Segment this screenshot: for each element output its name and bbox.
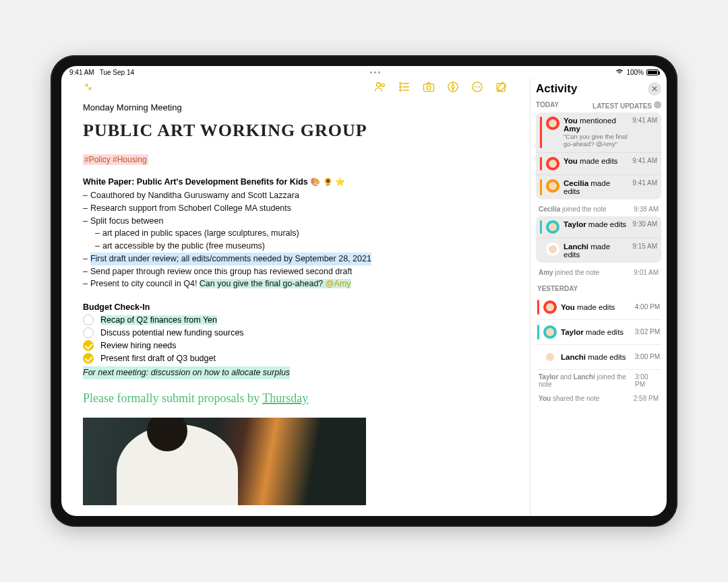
avatar	[543, 325, 557, 339]
battery-icon	[646, 69, 659, 75]
markup-icon[interactable]	[446, 80, 460, 96]
multitask-dots[interactable]	[370, 71, 380, 73]
avatar	[546, 157, 559, 170]
activity-entry[interactable]: Lanchi made edits 9:15 AM	[536, 238, 661, 263]
note-text[interactable]: For next meeting: discussion on how to a…	[83, 366, 290, 379]
battery-pct: 100%	[626, 69, 644, 76]
avatar	[546, 179, 559, 193]
avatar	[546, 220, 559, 234]
svg-point-0	[377, 83, 381, 87]
svg-point-13	[477, 86, 478, 88]
compose-icon[interactable]	[495, 80, 508, 96]
collapse-icon[interactable]	[83, 82, 94, 95]
wifi-icon	[615, 69, 624, 76]
handwritten-note[interactable]: Please formally submit proposals by Thur…	[83, 391, 508, 406]
list-item[interactable]: –Research support from Schoberl College …	[83, 202, 508, 215]
latest-updates[interactable]: LATEST UPDATES	[593, 101, 661, 110]
svg-point-4	[400, 86, 402, 88]
svg-point-14	[479, 86, 480, 88]
activity-group: Taylor made edits 9:30 AM Lanchi made ed…	[536, 216, 661, 263]
checkbox-icon[interactable]	[83, 315, 94, 325]
ipad-frame: 9:41 AM Tue Sep 14 100%	[51, 55, 677, 527]
section-heading[interactable]: White Paper: Public Art's Development Be…	[83, 177, 508, 187]
activity-meta: Cecilia joined the note 9:38 AM	[536, 202, 661, 216]
svg-rect-8	[424, 84, 434, 92]
list-item[interactable]: –Present to city council in Q4! Can you …	[83, 278, 508, 290]
checklist-item[interactable]: Review hiring needs	[83, 340, 508, 351]
activity-panel: Activity ✕ TODAY LATEST UPDATES You ment…	[530, 78, 667, 516]
checkbox-icon[interactable]	[83, 340, 94, 351]
list-item[interactable]: –Send paper through review once this gro…	[83, 265, 508, 278]
note-tags[interactable]: #Policy #Housing	[83, 154, 148, 165]
headline[interactable]: Public Art Working Group	[83, 121, 508, 141]
checkbox-icon[interactable]	[83, 327, 94, 338]
checklist-item[interactable]: Present first draft of Q3 budget	[83, 353, 508, 364]
inline-image[interactable]	[83, 418, 366, 505]
activity-title: Activity	[536, 82, 577, 96]
svg-point-2	[400, 83, 402, 85]
activity-entry[interactable]: Taylor made edits 9:30 AM	[536, 216, 661, 238]
svg-point-9	[427, 86, 431, 90]
section-heading[interactable]: Budget Check-In	[83, 302, 508, 312]
avatar	[543, 300, 557, 314]
list-item[interactable]: –Split focus between	[83, 215, 508, 228]
checklist-item[interactable]: Recap of Q2 finances from Yen	[83, 315, 508, 325]
status-bar: 9:41 AM Tue Sep 14 100%	[61, 66, 667, 78]
list-item[interactable]: –Coauthored by Nanditha Guruswamy and Sc…	[83, 189, 508, 202]
status-date: Tue Sep 14	[100, 69, 134, 76]
activity-entry[interactable]: You mentioned Amy "Can you give the fina…	[536, 112, 661, 152]
more-icon[interactable]	[471, 80, 484, 96]
activity-entry[interactable]: Lanchi made edits 3:00 PM	[536, 345, 661, 370]
list-item[interactable]: –First draft under review; all edits/com…	[83, 253, 508, 265]
screen: 9:41 AM Tue Sep 14 100%	[61, 66, 667, 516]
svg-point-1	[382, 84, 384, 86]
activity-entry[interactable]: You made edits 4:00 PM	[536, 295, 661, 320]
list-item[interactable]: –art placed in public spaces (large scul…	[95, 227, 508, 240]
section-yesterday: YESTERDAY	[537, 285, 661, 292]
checkbox-icon[interactable]	[83, 353, 94, 364]
heading-emoji: 🎨 🌻 ⭐️	[310, 177, 345, 187]
close-button[interactable]: ✕	[648, 82, 661, 96]
note-area: Monday Morning Meeting Public Art Workin…	[61, 78, 530, 516]
format-icon[interactable]	[398, 80, 411, 96]
svg-point-6	[400, 90, 402, 92]
avatar	[543, 350, 557, 364]
avatar	[546, 243, 559, 256]
activity-meta: Amy joined the note 9:01 AM	[536, 265, 661, 280]
collaborate-icon[interactable]	[373, 80, 387, 96]
svg-point-12	[475, 86, 476, 88]
activity-meta: Taylor and Lanchi joined the note 3:00 P…	[536, 370, 661, 391]
section-today: TODAY	[536, 101, 559, 110]
checklist-item[interactable]: Discuss potential new funding sources	[83, 327, 508, 338]
activity-entry[interactable]: You made edits 9:41 AM	[536, 152, 661, 174]
mention[interactable]: @Amy	[326, 279, 351, 288]
activity-entry[interactable]: Cecilia made edits 9:41 AM	[536, 174, 661, 199]
activity-group: You mentioned Amy "Can you give the fina…	[536, 112, 661, 199]
camera-icon[interactable]	[422, 80, 435, 96]
avatar	[546, 117, 559, 130]
note-title: Monday Morning Meeting	[83, 102, 508, 112]
activity-meta: You shared the note 2:58 PM	[536, 391, 661, 406]
activity-entry[interactable]: Taylor made edits 3:02 PM	[536, 320, 661, 345]
status-time: 9:41 AM	[69, 69, 94, 76]
list-item[interactable]: –art accessible by the public (free muse…	[95, 240, 508, 253]
